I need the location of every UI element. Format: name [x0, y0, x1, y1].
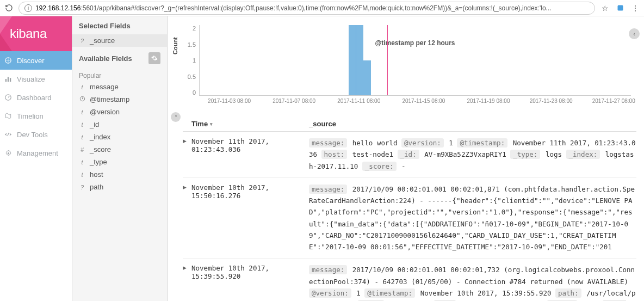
field-type[interactable]: t_type	[72, 156, 167, 168]
svg-rect-4	[10, 78, 11, 82]
field-source[interactable]: ?_source	[72, 34, 167, 47]
address-bar[interactable]: i 192.168.12.156:5601/app/kibana#/discov…	[18, 2, 595, 15]
nav-item-management[interactable]: Management	[0, 144, 72, 162]
field-index[interactable]: t_index	[72, 131, 167, 143]
field-key: @timestamp:	[457, 138, 507, 148]
nav-item-timelion[interactable]: Timelion	[0, 107, 72, 125]
management-icon	[4, 149, 12, 157]
field-key: _index:	[566, 150, 600, 159]
field-path[interactable]: ?path	[72, 181, 167, 193]
field-key: @version:	[401, 138, 444, 148]
svg-point-6	[7, 152, 9, 153]
browser-toolbar: i 192.168.12.156:5601/app/kibana#/discov…	[0, 0, 644, 16]
site-info-icon[interactable]: i	[24, 4, 32, 12]
field-id[interactable]: t_id	[72, 118, 167, 131]
nav-item-visualize[interactable]: Visualize	[0, 70, 72, 88]
field-timestamp[interactable]: @timestamp	[72, 93, 167, 106]
field-key: _id:	[398, 150, 419, 159]
field-host[interactable]: thost	[72, 168, 167, 181]
document-row: ▶November 10th 2017, 15:39:55.920 messag…	[183, 259, 636, 301]
kibana-logo[interactable]: kibana	[0, 16, 72, 51]
histogram-bar[interactable]	[363, 60, 371, 96]
field-key: message:	[309, 185, 347, 194]
fields-settings-gear-icon[interactable]	[148, 52, 160, 64]
extension-icon[interactable]	[616, 4, 624, 13]
field-key: @version:	[309, 288, 351, 298]
svg-rect-0	[617, 5, 623, 11]
main-content: ‹ Count 21.510.50 2017-11-03 08:002017-1…	[168, 16, 644, 301]
expand-row-toggle[interactable]: ▶	[183, 264, 191, 301]
chart-plot-area[interactable]	[199, 25, 631, 96]
available-fields-header: Available Fields	[72, 47, 167, 69]
sidebar-nav: kibana DiscoverVisualizeDashboardTimelio…	[0, 16, 72, 301]
histogram-bar[interactable]	[349, 25, 356, 95]
chart-collapse-up-icon[interactable]: ˄	[171, 112, 181, 122]
document-row: ▶November 11th 2017, 01:23:43.036 messag…	[183, 132, 636, 178]
row-source: message: hello world @version: 1 @timest…	[309, 137, 636, 172]
field-key: _type:	[510, 150, 540, 159]
sort-caret-icon[interactable]: ▾	[210, 121, 213, 127]
dev-tools-icon	[4, 131, 12, 138]
selected-fields-header: Selected Fields	[72, 16, 167, 34]
y-axis-label: Count	[172, 37, 178, 54]
field-message[interactable]: tmessage	[72, 81, 167, 93]
x-axis-ticks: 2017-11-03 08:002017-11-07 08:002017-11-…	[199, 98, 631, 106]
row-time: November 10th 2017, 15:50:16.276	[191, 183, 309, 253]
dashboard-icon	[4, 94, 12, 101]
row-time: November 10th 2017, 15:39:55.920	[191, 264, 309, 301]
visualize-icon	[4, 75, 12, 83]
field-key: message:	[309, 265, 347, 274]
url-text: 192.168.12.156:5601/app/kibana#/discover…	[35, 4, 552, 12]
discover-icon	[4, 57, 12, 64]
timelion-icon	[4, 112, 12, 120]
field-version[interactable]: t@version	[72, 106, 167, 118]
row-source: message: 2017/10/09 00:02:01.001 00:02:0…	[309, 183, 636, 253]
expand-row-toggle[interactable]: ▶	[183, 183, 191, 253]
kebab-menu-icon[interactable]: ⋮	[631, 4, 640, 13]
fields-panel: Selected Fields ?_source Available Field…	[72, 16, 168, 301]
popular-fields-label: Popular	[72, 69, 167, 81]
row-source: message: 2017/10/09 00:02:01.001 00:02:0…	[309, 264, 636, 301]
documents-table: Time ▾ _source ▶November 11th 2017, 01:2…	[168, 114, 644, 301]
nav-item-dev-tools[interactable]: Dev Tools	[0, 125, 72, 144]
y-axis-ticks: 21.510.50	[184, 25, 196, 96]
reload-icon[interactable]	[4, 4, 13, 13]
field-key: message:	[309, 138, 347, 148]
svg-rect-3	[8, 77, 9, 82]
field-key: @timestamp:	[364, 288, 415, 298]
field-key: path:	[555, 288, 581, 298]
clock-icon	[79, 96, 85, 103]
nav-item-dashboard[interactable]: Dashboard	[0, 88, 72, 107]
histogram-chart[interactable]: Count 21.510.50 2017-11-03 08:002017-11-…	[168, 16, 644, 114]
expand-row-toggle[interactable]: ▶	[183, 137, 191, 172]
field-key: host:	[321, 150, 348, 159]
svg-rect-2	[5, 79, 7, 82]
document-row: ▶November 10th 2017, 15:50:16.276 messag…	[183, 178, 636, 259]
nav-item-discover[interactable]: Discover	[0, 51, 72, 70]
field-score[interactable]: #_score	[72, 143, 167, 156]
now-marker-line	[387, 25, 388, 95]
source-column-header[interactable]: _source	[309, 120, 636, 128]
bookmark-star-icon[interactable]: ☆	[600, 4, 609, 13]
field-key: _score:	[362, 162, 397, 171]
time-column-header[interactable]: Time ▾	[191, 120, 309, 128]
row-time: November 11th 2017, 01:23:43.036	[191, 137, 309, 172]
histogram-bar[interactable]	[356, 25, 363, 95]
